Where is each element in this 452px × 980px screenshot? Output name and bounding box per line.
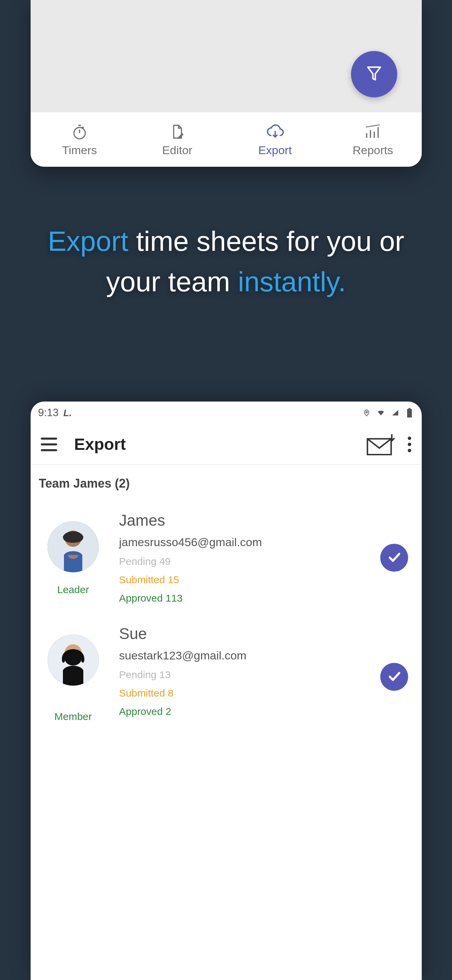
- app-bar: Export: [31, 424, 422, 465]
- avatar: [48, 521, 98, 572]
- wifi-icon: [376, 408, 386, 417]
- location-icon: [362, 408, 371, 417]
- avatar: [48, 635, 98, 686]
- member-pending: Pending 13: [119, 669, 363, 681]
- tab-label: Editor: [162, 143, 192, 157]
- member-approved: Approved 2: [119, 706, 363, 717]
- kebab-icon[interactable]: [408, 437, 412, 452]
- svg-rect-3: [407, 409, 412, 417]
- member-submitted: Submitted 8: [119, 687, 363, 699]
- member-email: jamesrusso456@gmail.com: [119, 536, 363, 549]
- status-app-indicator: L.: [63, 408, 72, 418]
- member-selected-check[interactable]: [380, 544, 408, 572]
- member-submitted: Submitted 15: [119, 574, 363, 585]
- cell-signal-icon: [390, 408, 400, 417]
- funnel-icon: [365, 64, 384, 84]
- svg-rect-4: [408, 408, 411, 409]
- tab-label: Export: [259, 143, 292, 157]
- headline-accent-1: Export: [48, 226, 128, 256]
- phone-fragment-top: Timers Editor Export: [31, 0, 422, 167]
- tab-label: Timers: [62, 143, 97, 157]
- svg-point-1: [82, 127, 83, 128]
- member-selected-check[interactable]: [380, 663, 408, 691]
- tab-editor[interactable]: Editor: [128, 112, 227, 167]
- check-icon: [387, 669, 402, 685]
- battery-icon: [405, 408, 414, 417]
- mail-download-icon[interactable]: [366, 434, 394, 455]
- member-email: suestark123@gmail.com: [119, 649, 363, 662]
- svg-point-0: [74, 127, 85, 138]
- status-bar: 9:13 L.: [31, 401, 422, 424]
- tab-label: Reports: [353, 143, 393, 157]
- tab-timers[interactable]: Timers: [31, 112, 128, 167]
- tab-export[interactable]: Export: [226, 112, 324, 167]
- hamburger-icon[interactable]: [41, 438, 57, 451]
- team-member-row[interactable]: Leader James jamesrusso456@gmail.com Pen…: [31, 498, 422, 611]
- document-edit-icon: [165, 123, 189, 141]
- page-title: Export: [74, 435, 126, 453]
- cloud-download-icon: [263, 123, 287, 141]
- check-icon: [387, 550, 402, 566]
- bar-chart-icon: [361, 123, 385, 141]
- stopwatch-icon: [68, 123, 92, 141]
- phone-fragment-bottom: 9:13 L. Export: [31, 401, 422, 980]
- filter-fab[interactable]: [351, 51, 397, 97]
- marketing-headline: Export time sheets for you or your team …: [0, 221, 452, 302]
- member-role: Member: [41, 697, 105, 729]
- headline-accent-2: instantly.: [238, 266, 346, 297]
- status-time: 9:13: [38, 407, 59, 419]
- svg-point-2: [366, 411, 368, 413]
- member-name: Sue: [119, 624, 363, 643]
- member-name: James: [119, 511, 363, 530]
- team-member-row[interactable]: Member Sue suestark123@gmail.com Pending…: [31, 611, 422, 736]
- member-pending: Pending 49: [119, 556, 363, 567]
- tab-reports[interactable]: Reports: [324, 112, 422, 167]
- team-section-header: Team James (2): [31, 465, 422, 498]
- bottom-tab-bar: Timers Editor Export: [31, 112, 422, 167]
- member-approved: Approved 113: [119, 592, 363, 604]
- member-role: Leader: [57, 584, 89, 595]
